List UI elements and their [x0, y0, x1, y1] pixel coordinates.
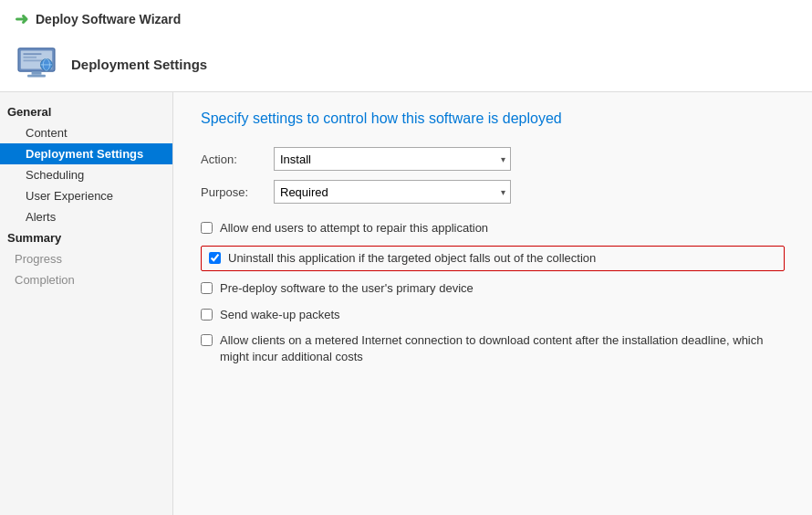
sidebar-item-summary[interactable]: Summary — [0, 227, 172, 248]
svg-rect-3 — [24, 57, 36, 58]
checkbox-repair[interactable] — [201, 222, 213, 234]
sidebar-item-progress[interactable]: Progress — [0, 248, 172, 269]
sidebar-item-completion[interactable]: Completion — [0, 269, 172, 290]
svg-rect-5 — [32, 71, 42, 75]
svg-rect-2 — [24, 53, 42, 55]
checkbox-uninstall-row: Uninstall this application if the target… — [201, 246, 785, 271]
main-heading: Specify settings to control how this sof… — [201, 110, 785, 127]
wizard-subheader: Deployment Settings — [15, 38, 797, 91]
checkbox-predeploy-row: Pre-deploy software to the user's primar… — [201, 280, 785, 297]
action-label: Action: — [201, 152, 274, 166]
checkbox-repair-label: Allow end users to attempt to repair thi… — [220, 220, 488, 236]
checkbox-metered-row: Allow clients on a metered Internet conn… — [201, 332, 785, 365]
sidebar-item-general[interactable]: General — [0, 101, 172, 122]
purpose-row: Purpose: Required Available ▾ — [201, 180, 785, 204]
wizard-title: Deploy Software Wizard — [36, 12, 181, 26]
checkbox-uninstall[interactable] — [209, 252, 221, 264]
checkbox-repair-row: Allow end users to attempt to repair thi… — [201, 220, 785, 236]
main-content: Specify settings to control how this sof… — [173, 92, 812, 515]
checkbox-metered-label: Allow clients on a metered Internet conn… — [220, 332, 785, 365]
sidebar-item-scheduling[interactable]: Scheduling — [0, 164, 172, 185]
wizard-body: General Content Deployment Settings Sche… — [0, 92, 812, 515]
sidebar: General Content Deployment Settings Sche… — [0, 92, 173, 515]
wizard-section-title: Deployment Settings — [71, 57, 207, 72]
checkbox-wakeup-label: Send wake-up packets — [220, 307, 340, 323]
checkbox-predeploy[interactable] — [201, 282, 213, 294]
purpose-select-wrapper: Required Available ▾ — [274, 180, 511, 204]
deployment-icon — [15, 46, 58, 82]
checkbox-predeploy-label: Pre-deploy software to the user's primar… — [220, 280, 474, 297]
checkbox-uninstall-label: Uninstall this application if the target… — [228, 250, 596, 267]
checkboxes-section: Allow end users to attempt to repair thi… — [201, 220, 785, 365]
checkbox-wakeup-row: Send wake-up packets — [201, 307, 785, 323]
checkbox-metered[interactable] — [201, 334, 213, 346]
checkbox-wakeup[interactable] — [201, 309, 213, 321]
action-select[interactable]: Install Uninstall — [274, 147, 511, 171]
purpose-label: Purpose: — [201, 185, 274, 199]
purpose-select[interactable]: Required Available — [274, 180, 511, 204]
sidebar-item-user-experience[interactable]: User Experience — [0, 185, 172, 206]
sidebar-item-deployment-settings[interactable]: Deployment Settings — [0, 143, 172, 164]
wizard-title-row: ➜ Deploy Software Wizard — [15, 9, 797, 29]
wizard-header: ➜ Deploy Software Wizard — [0, 0, 812, 92]
action-row: Action: Install Uninstall ▾ — [201, 147, 785, 171]
svg-rect-6 — [27, 75, 46, 78]
wizard-arrow-icon: ➜ — [15, 9, 28, 29]
wizard-container: ➜ Deploy Software Wizard — [0, 0, 812, 515]
sidebar-item-content[interactable]: Content — [0, 122, 172, 143]
action-select-wrapper: Install Uninstall ▾ — [274, 147, 511, 171]
sidebar-item-alerts[interactable]: Alerts — [0, 206, 172, 227]
